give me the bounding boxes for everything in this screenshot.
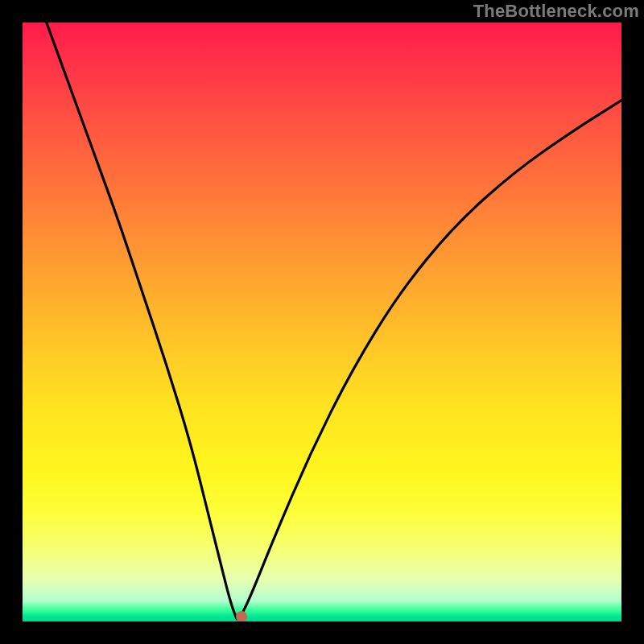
plot-area bbox=[23, 23, 621, 621]
bottleneck-curve bbox=[23, 23, 621, 621]
watermark-text: TheBottleneck.com bbox=[473, 1, 639, 22]
chart-frame: TheBottleneck.com bbox=[0, 0, 644, 644]
minimum-marker-dot bbox=[236, 611, 247, 621]
